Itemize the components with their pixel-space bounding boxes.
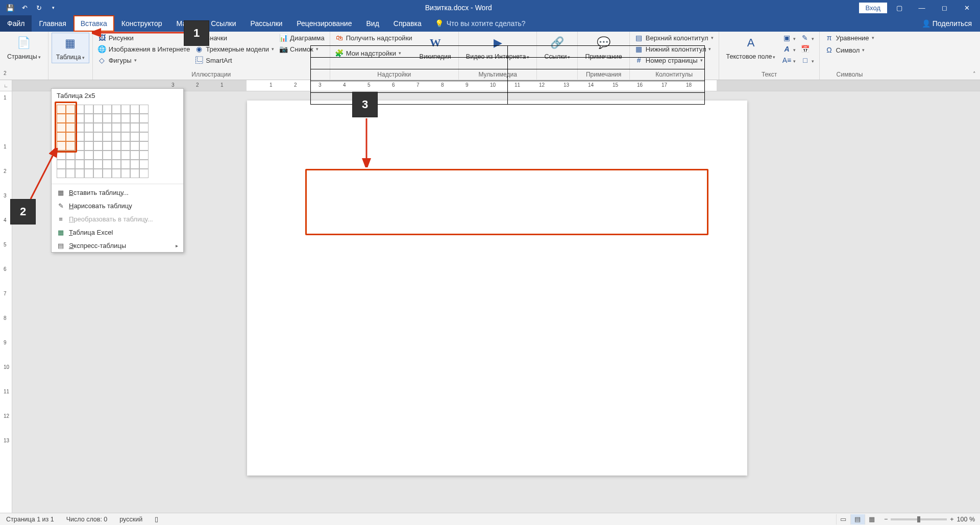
- grid-cell[interactable]: [139, 105, 149, 114]
- collapse-ribbon-icon[interactable]: ˄: [973, 71, 976, 78]
- grid-cell[interactable]: [75, 114, 84, 123]
- grid-cell[interactable]: [139, 151, 149, 160]
- grid-cell[interactable]: [130, 151, 139, 160]
- grid-cell[interactable]: [130, 141, 139, 151]
- grid-cell[interactable]: [112, 141, 121, 151]
- grid-cell[interactable]: [112, 114, 121, 123]
- get-addins-button[interactable]: 🛍Получить надстройки: [333, 33, 414, 43]
- pages-button[interactable]: 📄 Страницы: [3, 33, 45, 62]
- grid-cell[interactable]: [130, 169, 139, 178]
- grid-cell[interactable]: [130, 132, 139, 141]
- view-web-layout[interactable]: ▦: [865, 514, 879, 524]
- zoom-level[interactable]: 100 %: [957, 516, 975, 523]
- grid-cell[interactable]: [84, 160, 93, 169]
- grid-cell[interactable]: [103, 141, 112, 151]
- tab-view[interactable]: Вид: [359, 15, 386, 32]
- grid-cell[interactable]: [112, 123, 121, 132]
- grid-cell[interactable]: [112, 105, 121, 114]
- grid-cell[interactable]: [66, 105, 75, 114]
- tab-selector[interactable]: ∟: [0, 80, 12, 91]
- table-row[interactable]: [311, 58, 705, 69]
- grid-cell[interactable]: [75, 151, 84, 160]
- tab-design[interactable]: Конструктор: [114, 15, 169, 32]
- grid-cell[interactable]: [130, 105, 139, 114]
- online-pictures-button[interactable]: 🌐Изображения в Интернете: [96, 44, 192, 54]
- grid-cell[interactable]: [84, 169, 93, 178]
- wordart-button[interactable]: A: [780, 44, 798, 54]
- grid-cell[interactable]: [75, 141, 84, 151]
- table-size-grid[interactable]: [52, 103, 183, 182]
- grid-cell[interactable]: [75, 132, 84, 141]
- view-print-layout[interactable]: ▤: [850, 514, 865, 524]
- grid-cell[interactable]: [93, 123, 103, 132]
- excel-table-menuitem[interactable]: ▦Таблица Excel: [52, 226, 183, 239]
- grid-cell[interactable]: [112, 169, 121, 178]
- status-words[interactable]: Число слов: 0: [60, 516, 114, 523]
- grid-cell[interactable]: [121, 151, 130, 160]
- grid-cell[interactable]: [57, 141, 66, 151]
- zoom-slider[interactable]: [891, 518, 947, 520]
- grid-cell[interactable]: [139, 114, 149, 123]
- quick-tables-menuitem[interactable]: ▤Экспресс-таблицы▸: [52, 239, 183, 252]
- close-icon[interactable]: ✕: [957, 1, 977, 15]
- redo-icon[interactable]: ↻: [34, 3, 44, 13]
- grid-cell[interactable]: [84, 151, 93, 160]
- table-row[interactable]: [311, 46, 705, 58]
- grid-cell[interactable]: [139, 160, 149, 169]
- grid-cell[interactable]: [130, 123, 139, 132]
- save-icon[interactable]: 💾: [5, 3, 15, 13]
- grid-cell[interactable]: [93, 169, 103, 178]
- grid-cell[interactable]: [121, 114, 130, 123]
- grid-cell[interactable]: [57, 123, 66, 132]
- grid-cell[interactable]: [121, 123, 130, 132]
- grid-cell[interactable]: [66, 114, 75, 123]
- symbol-button[interactable]: ΩСимвол: [823, 45, 876, 55]
- grid-cell[interactable]: [93, 141, 103, 151]
- minimize-icon[interactable]: —: [912, 1, 932, 15]
- document-page[interactable]: [247, 101, 747, 476]
- status-macro-icon[interactable]: ▯: [149, 515, 164, 523]
- tab-home[interactable]: Главная: [32, 15, 73, 32]
- vertical-ruler[interactable]: 2112345678910111213: [0, 91, 12, 513]
- table-row[interactable]: [311, 81, 705, 93]
- signature-button[interactable]: ✎: [799, 33, 816, 43]
- smartart-button[interactable]: ⿺SmartArt: [193, 55, 276, 65]
- header-button[interactable]: ▤Верхний колонтитул: [633, 33, 716, 43]
- grid-cell[interactable]: [75, 105, 84, 114]
- grid-cell[interactable]: [112, 132, 121, 141]
- grid-cell[interactable]: [66, 132, 75, 141]
- chart-button[interactable]: 📊Диаграмма: [277, 33, 327, 43]
- grid-cell[interactable]: [57, 151, 66, 160]
- grid-cell[interactable]: [93, 105, 103, 114]
- grid-cell[interactable]: [103, 132, 112, 141]
- grid-cell[interactable]: [66, 151, 75, 160]
- tab-references[interactable]: Ссылки: [204, 15, 243, 32]
- undo-icon[interactable]: ↶: [19, 3, 30, 13]
- grid-cell[interactable]: [121, 105, 130, 114]
- datetime-button[interactable]: 📅: [799, 44, 816, 54]
- grid-cell[interactable]: [75, 160, 84, 169]
- grid-cell[interactable]: [103, 123, 112, 132]
- zoom-out-icon[interactable]: −: [884, 516, 888, 523]
- tab-mailings[interactable]: Рассылки: [243, 15, 290, 32]
- status-language[interactable]: русский: [113, 516, 149, 523]
- maximize-icon[interactable]: ◻: [934, 1, 954, 15]
- login-button[interactable]: Вход: [859, 3, 887, 13]
- grid-cell[interactable]: [103, 114, 112, 123]
- equation-button[interactable]: πУравнение: [823, 33, 876, 43]
- grid-cell[interactable]: [93, 114, 103, 123]
- ribbon-display-options-icon[interactable]: ▢: [889, 1, 910, 15]
- grid-cell[interactable]: [112, 151, 121, 160]
- grid-cell[interactable]: [103, 151, 112, 160]
- grid-cell[interactable]: [93, 132, 103, 141]
- tab-file[interactable]: Файл: [0, 15, 32, 32]
- grid-cell[interactable]: [103, 105, 112, 114]
- grid-cell[interactable]: [75, 169, 84, 178]
- tell-me-search[interactable]: 💡 Что вы хотите сделать?: [429, 15, 532, 32]
- draw-table-menuitem[interactable]: ✎Нарисовать таблицу: [52, 199, 183, 212]
- grid-cell[interactable]: [121, 160, 130, 169]
- grid-cell[interactable]: [130, 114, 139, 123]
- view-read-mode[interactable]: ▭: [836, 514, 850, 524]
- grid-cell[interactable]: [139, 123, 149, 132]
- shapes-button[interactable]: ◇Фигуры: [96, 55, 192, 65]
